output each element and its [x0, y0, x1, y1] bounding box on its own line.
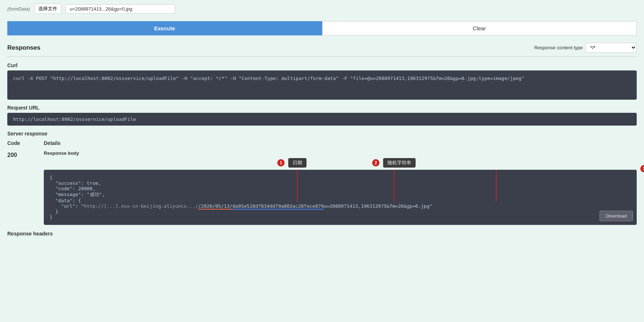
file-url-display: u=2088971413...26&gp=0.jpg	[66, 4, 175, 14]
request-url-section: Request URL http://localhost:8002/ossser…	[7, 105, 637, 126]
annotation-tooltip-2: 随机字符串	[383, 158, 416, 168]
response-table: Code Details 200 Response body 1 日期 2	[7, 139, 637, 225]
response-body-label: Response body	[44, 150, 637, 156]
annotation-badge-3: 3	[640, 165, 644, 172]
annotation-badge-2: 2	[372, 159, 379, 166]
file-select-button[interactable]: 选择文件	[34, 4, 61, 14]
responses-title: Responses	[7, 44, 41, 51]
server-response-section: Server response Code Details 200 Respons…	[7, 131, 637, 225]
response-headers-section: Response headers	[7, 231, 637, 237]
response-body-block: { "success": true, "code": 20000, "messa…	[44, 170, 637, 225]
responses-section: Responses Response content type */*	[7, 43, 637, 57]
response-row: 200 Response body 1 日期 2 随机字符串	[7, 150, 637, 225]
execute-button[interactable]: Execute	[7, 21, 322, 35]
curl-code-block: curl -X POST "http://localhost:8002/osss…	[7, 70, 637, 100]
response-content-type-row: Response content type */*	[534, 43, 637, 53]
response-headers-label: Response headers	[7, 231, 637, 237]
annotation-2-row: 2 随机字符串	[372, 158, 416, 168]
content-type-select[interactable]: */*	[586, 43, 637, 53]
response-body-pre: { "success": true, "code": 20000, "messa…	[50, 175, 631, 220]
request-url-value: http://localhost:8002/ossservice/uploadF…	[7, 113, 637, 126]
server-response-label: Server response	[7, 131, 637, 137]
curl-section: Curl curl -X POST "http://localhost:8002…	[7, 62, 637, 100]
annotation-tooltip-1: 日期	[288, 158, 306, 168]
formdata-label: (formData)	[7, 6, 30, 12]
details-header: Details	[44, 140, 61, 146]
response-code-value: 200	[7, 150, 36, 158]
annotation-badge-1: 1	[277, 159, 285, 166]
clear-button[interactable]: Clear	[322, 21, 637, 35]
annotation-3-row: 3 文件名，注意文件名一定要保证在最后面，否则文件后缀就被改了	[640, 165, 644, 186]
code-header: Code	[7, 140, 36, 146]
response-table-header: Code Details	[7, 139, 637, 147]
execute-section: Execute Clear	[7, 21, 637, 35]
download-button[interactable]: Download	[599, 211, 633, 221]
request-url-label: Request URL	[7, 105, 637, 111]
content-type-label: Response content type	[534, 45, 583, 50]
top-bar: (formData) 选择文件 u=2088971413...26&gp=0.j…	[0, 0, 644, 18]
curl-label: Curl	[7, 62, 637, 68]
annotation-1-row: 1 日期	[277, 158, 306, 168]
response-details: Response body 1 日期 2 随机字符串 {	[44, 150, 637, 225]
